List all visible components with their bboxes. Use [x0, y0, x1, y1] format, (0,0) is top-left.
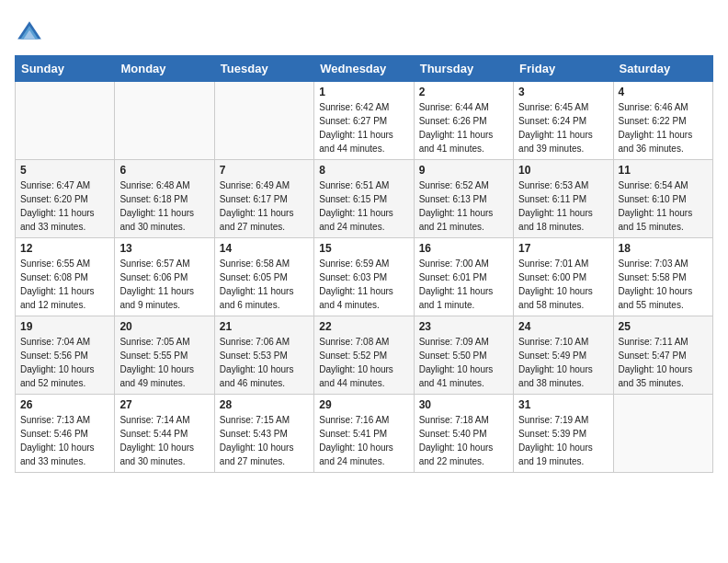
calendar-cell: 21Sunrise: 7:06 AM Sunset: 5:53 PM Dayli…: [214, 316, 313, 395]
calendar-cell: 3Sunrise: 6:45 AM Sunset: 6:24 PM Daylig…: [514, 82, 613, 160]
calendar-cell: 10Sunrise: 6:53 AM Sunset: 6:11 PM Dayli…: [514, 160, 613, 238]
day-info: Sunrise: 6:51 AM Sunset: 6:15 PM Dayligh…: [319, 178, 408, 234]
calendar-cell: 9Sunrise: 6:52 AM Sunset: 6:13 PM Daylig…: [414, 160, 513, 238]
day-number: 18: [619, 242, 708, 255]
day-number: 5: [20, 164, 109, 177]
day-number: 10: [518, 164, 608, 177]
day-info: Sunrise: 7:04 AM Sunset: 5:56 PM Dayligh…: [20, 335, 109, 390]
day-number: 29: [319, 398, 408, 411]
calendar-cell: 15Sunrise: 6:59 AM Sunset: 6:03 PM Dayli…: [314, 238, 414, 316]
day-number: 27: [119, 398, 209, 411]
calendar-cell: 25Sunrise: 7:11 AM Sunset: 5:47 PM Dayli…: [613, 316, 712, 395]
day-info: Sunrise: 6:59 AM Sunset: 6:03 PM Dayligh…: [319, 257, 408, 312]
day-info: Sunrise: 7:11 AM Sunset: 5:47 PM Dayligh…: [619, 335, 708, 390]
calendar-cell: 1Sunrise: 6:42 AM Sunset: 6:27 PM Daylig…: [314, 82, 414, 160]
weekday-header-friday: Friday: [514, 56, 613, 82]
weekday-header-row: SundayMondayTuesdayWednesdayThursdayFrid…: [16, 56, 713, 82]
day-info: Sunrise: 7:03 AM Sunset: 5:58 PM Dayligh…: [619, 257, 708, 312]
calendar-week-1: 1Sunrise: 6:42 AM Sunset: 6:27 PM Daylig…: [16, 82, 713, 160]
day-number: 24: [518, 320, 608, 333]
day-info: Sunrise: 6:57 AM Sunset: 6:06 PM Dayligh…: [119, 257, 209, 312]
day-info: Sunrise: 6:54 AM Sunset: 6:10 PM Dayligh…: [619, 178, 708, 234]
day-number: 17: [518, 242, 608, 255]
calendar-week-4: 19Sunrise: 7:04 AM Sunset: 5:56 PM Dayli…: [16, 316, 713, 395]
day-number: 4: [619, 86, 708, 98]
weekday-header-thursday: Thursday: [414, 56, 513, 82]
calendar-cell: 29Sunrise: 7:16 AM Sunset: 5:41 PM Dayli…: [314, 395, 414, 473]
day-number: 23: [419, 320, 508, 333]
day-number: 6: [119, 164, 209, 177]
day-info: Sunrise: 6:47 AM Sunset: 6:20 PM Dayligh…: [20, 178, 109, 234]
day-number: 26: [20, 398, 109, 411]
day-info: Sunrise: 6:48 AM Sunset: 6:18 PM Dayligh…: [119, 178, 209, 234]
day-info: Sunrise: 6:52 AM Sunset: 6:13 PM Dayligh…: [419, 178, 508, 234]
day-number: 2: [419, 86, 508, 98]
day-number: 1: [319, 86, 408, 98]
day-info: Sunrise: 7:01 AM Sunset: 6:00 PM Dayligh…: [518, 257, 608, 312]
day-info: Sunrise: 7:09 AM Sunset: 5:50 PM Dayligh…: [419, 335, 508, 390]
calendar-week-2: 5Sunrise: 6:47 AM Sunset: 6:20 PM Daylig…: [16, 160, 713, 238]
calendar-cell: 24Sunrise: 7:10 AM Sunset: 5:49 PM Dayli…: [514, 316, 613, 395]
calendar-cell: 16Sunrise: 7:00 AM Sunset: 6:01 PM Dayli…: [414, 238, 513, 316]
day-info: Sunrise: 6:42 AM Sunset: 6:27 PM Dayligh…: [319, 100, 408, 155]
day-info: Sunrise: 7:10 AM Sunset: 5:49 PM Dayligh…: [518, 335, 608, 390]
calendar-cell: 27Sunrise: 7:14 AM Sunset: 5:44 PM Dayli…: [115, 395, 214, 473]
day-number: 14: [220, 242, 309, 255]
weekday-header-tuesday: Tuesday: [214, 56, 313, 82]
day-number: 13: [119, 242, 209, 255]
day-info: Sunrise: 7:16 AM Sunset: 5:41 PM Dayligh…: [319, 413, 408, 468]
day-number: 21: [220, 320, 309, 333]
day-number: 8: [319, 164, 408, 177]
calendar-cell: [613, 395, 712, 473]
day-info: Sunrise: 7:18 AM Sunset: 5:40 PM Dayligh…: [419, 413, 508, 468]
calendar-cell: 18Sunrise: 7:03 AM Sunset: 5:58 PM Dayli…: [613, 238, 712, 316]
day-number: 31: [518, 398, 608, 411]
day-info: Sunrise: 7:05 AM Sunset: 5:55 PM Dayligh…: [119, 335, 209, 390]
day-info: Sunrise: 7:00 AM Sunset: 6:01 PM Dayligh…: [419, 257, 508, 312]
calendar-cell: 8Sunrise: 6:51 AM Sunset: 6:15 PM Daylig…: [314, 160, 414, 238]
day-info: Sunrise: 7:14 AM Sunset: 5:44 PM Dayligh…: [119, 413, 209, 468]
day-info: Sunrise: 7:15 AM Sunset: 5:43 PM Dayligh…: [220, 413, 309, 468]
logo: [15, 18, 48, 48]
day-info: Sunrise: 6:49 AM Sunset: 6:17 PM Dayligh…: [220, 178, 309, 234]
calendar-week-5: 26Sunrise: 7:13 AM Sunset: 5:46 PM Dayli…: [16, 395, 713, 473]
header-row: [15, 15, 713, 48]
weekday-header-saturday: Saturday: [613, 56, 712, 82]
calendar-cell: 31Sunrise: 7:19 AM Sunset: 5:39 PM Dayli…: [514, 395, 613, 473]
day-number: 22: [319, 320, 408, 333]
day-number: 28: [220, 398, 309, 411]
day-info: Sunrise: 6:44 AM Sunset: 6:26 PM Dayligh…: [419, 100, 508, 155]
calendar-cell: 30Sunrise: 7:18 AM Sunset: 5:40 PM Dayli…: [414, 395, 513, 473]
day-info: Sunrise: 7:13 AM Sunset: 5:46 PM Dayligh…: [20, 413, 109, 468]
calendar-cell: 14Sunrise: 6:58 AM Sunset: 6:05 PM Dayli…: [214, 238, 313, 316]
calendar-cell: 17Sunrise: 7:01 AM Sunset: 6:00 PM Dayli…: [514, 238, 613, 316]
day-number: 7: [220, 164, 309, 177]
day-info: Sunrise: 6:55 AM Sunset: 6:08 PM Dayligh…: [20, 257, 109, 312]
day-info: Sunrise: 6:53 AM Sunset: 6:11 PM Dayligh…: [518, 178, 608, 234]
day-number: 30: [419, 398, 508, 411]
day-number: 19: [20, 320, 109, 333]
day-info: Sunrise: 6:46 AM Sunset: 6:22 PM Dayligh…: [619, 100, 708, 155]
weekday-header-monday: Monday: [115, 56, 214, 82]
calendar-cell: [214, 82, 313, 160]
day-info: Sunrise: 6:58 AM Sunset: 6:05 PM Dayligh…: [220, 257, 309, 312]
calendar-cell: 11Sunrise: 6:54 AM Sunset: 6:10 PM Dayli…: [613, 160, 712, 238]
calendar-cell: 5Sunrise: 6:47 AM Sunset: 6:20 PM Daylig…: [16, 160, 115, 238]
weekday-header-wednesday: Wednesday: [314, 56, 414, 82]
calendar-table: SundayMondayTuesdayWednesdayThursdayFrid…: [15, 55, 713, 473]
calendar-week-3: 12Sunrise: 6:55 AM Sunset: 6:08 PM Dayli…: [16, 238, 713, 316]
day-number: 16: [419, 242, 508, 255]
day-number: 12: [20, 242, 109, 255]
day-number: 3: [518, 86, 608, 98]
day-info: Sunrise: 7:08 AM Sunset: 5:52 PM Dayligh…: [319, 335, 408, 390]
day-number: 11: [619, 164, 708, 177]
calendar-cell: 19Sunrise: 7:04 AM Sunset: 5:56 PM Dayli…: [16, 316, 115, 395]
calendar-cell: 26Sunrise: 7:13 AM Sunset: 5:46 PM Dayli…: [16, 395, 115, 473]
day-info: Sunrise: 6:45 AM Sunset: 6:24 PM Dayligh…: [518, 100, 608, 155]
weekday-header-sunday: Sunday: [16, 56, 115, 82]
day-info: Sunrise: 7:19 AM Sunset: 5:39 PM Dayligh…: [518, 413, 608, 468]
calendar-cell: 23Sunrise: 7:09 AM Sunset: 5:50 PM Dayli…: [414, 316, 513, 395]
calendar-cell: [16, 82, 115, 160]
calendar-cell: 20Sunrise: 7:05 AM Sunset: 5:55 PM Dayli…: [115, 316, 214, 395]
day-number: 20: [119, 320, 209, 333]
